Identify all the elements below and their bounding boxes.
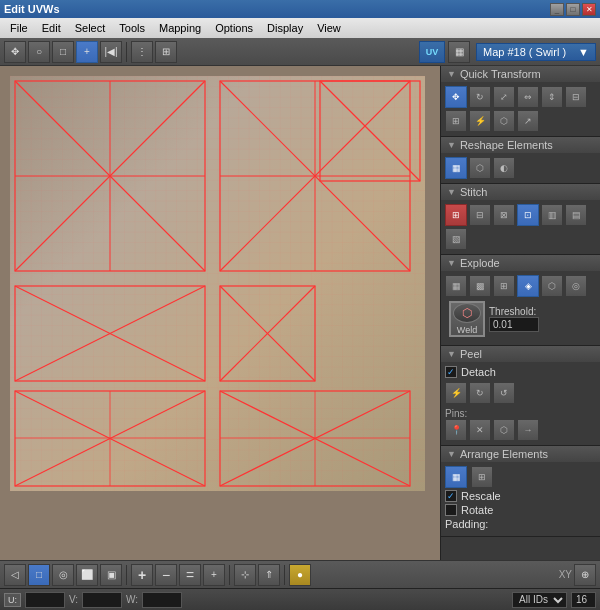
scale-tool-button[interactable]: □ xyxy=(52,41,74,63)
arrange-icon1[interactable]: ▦ xyxy=(445,466,467,488)
menu-options[interactable]: Options xyxy=(209,20,259,36)
qt-move-icon[interactable]: ✥ xyxy=(445,86,467,108)
toolbar1: ✥ ○ □ + |◀| ⋮ ⊞ UV ▦ Map #18 ( Swirl ) ▼ xyxy=(0,38,600,66)
xy-label: XY xyxy=(559,569,572,580)
pin-icon4[interactable]: → xyxy=(517,419,539,441)
re-icon2[interactable]: ⬡ xyxy=(469,157,491,179)
qt-align-icon[interactable]: ⊟ xyxy=(565,86,587,108)
bt-move2-btn[interactable]: ⇑ xyxy=(258,564,280,586)
map-selector[interactable]: Map #18 ( Swirl ) ▼ xyxy=(476,43,596,61)
bt-cylinder-btn[interactable]: ⬜ xyxy=(76,564,98,586)
stitch-icon4[interactable]: ⊡ xyxy=(517,204,539,226)
explode-icon5[interactable]: ⬡ xyxy=(541,275,563,297)
peel-icon2[interactable]: ↻ xyxy=(469,382,491,404)
bt-plus2-btn[interactable]: + xyxy=(203,564,225,586)
snap-button[interactable]: ⋮ xyxy=(131,41,153,63)
qt-fit-icon[interactable]: ↗ xyxy=(517,110,539,132)
w-field[interactable] xyxy=(142,592,182,608)
qt-flip-v-icon[interactable]: ⇕ xyxy=(541,86,563,108)
reshape-elements-header[interactable]: ▼ Reshape Elements xyxy=(441,137,600,153)
quick-transform-label: Quick Transform xyxy=(460,68,541,80)
freehand-tool-button[interactable]: |◀| xyxy=(100,41,122,63)
explode-collapse-arrow: ▼ xyxy=(447,258,456,268)
arrange-row4: Padding: xyxy=(445,518,596,530)
menu-tools[interactable]: Tools xyxy=(113,20,151,36)
bt-coord-btn[interactable]: ⊕ xyxy=(574,564,596,586)
bt-select-btn[interactable]: ◁ xyxy=(4,564,26,586)
v-field[interactable] xyxy=(82,592,122,608)
threshold-label: Threshold: xyxy=(489,306,539,317)
grid-button[interactable]: ⊞ xyxy=(155,41,177,63)
stitch-icon6[interactable]: ▤ xyxy=(565,204,587,226)
maximize-button[interactable]: □ xyxy=(566,3,580,16)
arrange-header[interactable]: ▼ Arrange Elements xyxy=(441,446,600,462)
threshold-input[interactable] xyxy=(489,317,539,332)
bt-plane-btn[interactable]: ▣ xyxy=(100,564,122,586)
qt-break-icon[interactable]: ⚡ xyxy=(469,110,491,132)
qt-dist-icon[interactable]: ⊞ xyxy=(445,110,467,132)
stitch-icon5[interactable]: ▥ xyxy=(541,204,563,226)
weld-circle-icon: ⬡ xyxy=(453,303,481,323)
arrange-collapse-arrow: ▼ xyxy=(447,449,456,459)
pin-icon2[interactable]: ✕ xyxy=(469,419,491,441)
explode-icon2[interactable]: ▩ xyxy=(469,275,491,297)
menu-file[interactable]: File xyxy=(4,20,34,36)
uv-viewport[interactable] xyxy=(0,66,440,560)
menu-edit[interactable]: Edit xyxy=(36,20,67,36)
re-icon1[interactable]: ▦ xyxy=(445,157,467,179)
explode-icon4[interactable]: ◈ xyxy=(517,275,539,297)
pins-icon-grid: 📍 ✕ ⬡ → xyxy=(445,419,596,441)
stitch-header[interactable]: ▼ Stitch xyxy=(441,184,600,200)
u-field[interactable] xyxy=(25,592,65,608)
explode-icon1[interactable]: ▦ xyxy=(445,275,467,297)
qt-scale-icon[interactable]: ⤢ xyxy=(493,86,515,108)
quick-transform-header[interactable]: ▼ Quick Transform xyxy=(441,66,600,82)
peel-header[interactable]: ▼ Peel xyxy=(441,346,600,362)
map-toggle[interactable]: ▦ xyxy=(448,41,470,63)
allids-dropdown[interactable]: All IDs xyxy=(512,592,567,608)
title-bar: Edit UVWs _ □ ✕ xyxy=(0,0,600,18)
menu-mapping[interactable]: Mapping xyxy=(153,20,207,36)
peel-icon3[interactable]: ↺ xyxy=(493,382,515,404)
menu-view[interactable]: View xyxy=(311,20,347,36)
bt-move-btn[interactable]: □ xyxy=(28,564,50,586)
separator1 xyxy=(126,42,127,62)
detach-checkbox[interactable] xyxy=(445,366,457,378)
explode-icon3[interactable]: ⊞ xyxy=(493,275,515,297)
minimize-button[interactable]: _ xyxy=(550,3,564,16)
qt-collapse-arrow: ▼ xyxy=(447,69,456,79)
stitch-icon1[interactable]: ⊞ xyxy=(445,204,467,226)
rotate-tool-button[interactable]: ○ xyxy=(28,41,50,63)
stitch-icon3[interactable]: ⊠ xyxy=(493,204,515,226)
select-tool-button[interactable]: + xyxy=(76,41,98,63)
weld-button[interactable]: ⬡ Weld xyxy=(449,301,485,337)
rescale-checkbox[interactable] xyxy=(445,490,457,502)
pin-icon1[interactable]: 📍 xyxy=(445,419,467,441)
bt-sphere-btn[interactable]: ◎ xyxy=(52,564,74,586)
bt-plus-btn[interactable]: + xyxy=(131,564,153,586)
close-button[interactable]: ✕ xyxy=(582,3,596,16)
bt-snap-btn[interactable]: ⊹ xyxy=(234,564,256,586)
arrange-content: ▦ ⊞ Rescale Rotate Padding: xyxy=(441,462,600,536)
stitch-icon2[interactable]: ⊟ xyxy=(469,204,491,226)
uv-icon[interactable]: UV xyxy=(419,41,445,63)
rotate-checkbox[interactable] xyxy=(445,504,457,516)
number-field[interactable]: 16 xyxy=(571,592,596,608)
re-icon3[interactable]: ◐ xyxy=(493,157,515,179)
peel-icon1[interactable]: ⚡ xyxy=(445,382,467,404)
pin-icon3[interactable]: ⬡ xyxy=(493,419,515,441)
menu-display[interactable]: Display xyxy=(261,20,309,36)
move-tool-button[interactable]: ✥ xyxy=(4,41,26,63)
bt-equal-btn[interactable]: = xyxy=(179,564,201,586)
stitch-icon7[interactable]: ▧ xyxy=(445,228,467,250)
bt-reset-btn[interactable]: ● xyxy=(289,564,311,586)
explode-icon6[interactable]: ◎ xyxy=(565,275,587,297)
bt-minus-btn[interactable]: − xyxy=(155,564,177,586)
explode-header[interactable]: ▼ Explode xyxy=(441,255,600,271)
qt-weld-icon[interactable]: ⬡ xyxy=(493,110,515,132)
menu-select[interactable]: Select xyxy=(69,20,112,36)
qt-rotate-icon[interactable]: ↻ xyxy=(469,86,491,108)
arrange-icon2[interactable]: ⊞ xyxy=(471,466,493,488)
qt-flip-h-icon[interactable]: ⇔ xyxy=(517,86,539,108)
bt-sep2 xyxy=(229,565,230,585)
